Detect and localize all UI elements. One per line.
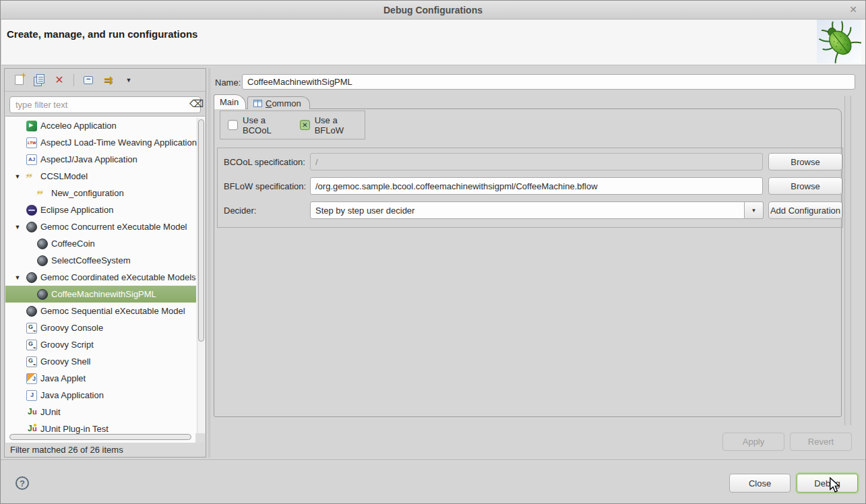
filter-status-text: Filter matched 26 of 26 items	[5, 443, 206, 457]
apply-button[interactable]: Apply	[722, 433, 784, 451]
debug-configurations-dialog: Debug Configurations ✕ Create, manage, a…	[0, 0, 866, 504]
vertical-scroll-thumb[interactable]	[198, 119, 204, 342]
right-panel-scrollbar-track[interactable]	[844, 96, 851, 425]
scrollbar-corner	[195, 433, 205, 443]
tree-item-aspectj-load-time-weaving-application[interactable]: AspectJ Load-Time Weaving Application	[5, 134, 196, 151]
tree-item-coffeecoin[interactable]: CoffeeCoin	[5, 235, 196, 252]
tree-item-acceleo-application[interactable]: Acceleo Application	[5, 117, 196, 134]
common-tab-icon	[253, 100, 262, 107]
use-bflow-label: Use a BFLoW	[315, 115, 357, 135]
applet-icon	[26, 373, 37, 384]
tree-item-gemoc-sequential-executable-model[interactable]: Gemoc Sequential eXecutable Model	[5, 303, 196, 319]
java-icon	[26, 390, 37, 401]
tree: Acceleo Application AspectJ Load-Time We…	[5, 117, 196, 437]
gemoc-icon	[26, 222, 37, 232]
ccsl-icon	[26, 171, 37, 182]
filter-icon: ⇉	[104, 75, 113, 86]
duplicate-icon	[36, 74, 44, 84]
collapse-all-button[interactable]	[80, 71, 97, 89]
expand-arrow-icon[interactable]: ▼	[12, 224, 23, 230]
clear-filter-icon[interactable]: ⌫	[189, 98, 204, 108]
gemoc-icon	[26, 272, 37, 283]
close-button[interactable]: Close	[729, 474, 791, 493]
tree-item-gemoc-concurrent-executable-model[interactable]: ▼ Gemoc Concurrent eXecutable Model	[5, 218, 196, 235]
bflow-specification-row: BFLoW specification: Browse	[218, 177, 842, 195]
groovy-icon	[26, 356, 37, 367]
ltw-icon	[26, 137, 37, 148]
bcool-specification-label: BCOoL specification:	[224, 157, 305, 167]
tree-item-groovy-shell[interactable]: Groovy Shell	[5, 353, 196, 370]
expand-arrow-icon[interactable]: ▼	[12, 173, 23, 180]
tree-item-ccslmodel[interactable]: ▼ CCSLModel	[5, 168, 196, 185]
decider-row: Decider: ▼ Add Configuration	[218, 201, 842, 219]
junit-plugin-icon	[26, 424, 37, 435]
filter-input[interactable]	[9, 96, 201, 113]
bcool-specification-input	[310, 153, 763, 170]
toolbar-menu-button[interactable]: ▼	[120, 71, 137, 89]
tree-item-groovy-console[interactable]: Groovy Console	[5, 319, 196, 336]
debug-bug-icon	[817, 20, 861, 63]
name-input[interactable]	[242, 74, 855, 90]
gemoc-icon	[37, 289, 48, 300]
tree-item-eclipse-application[interactable]: Eclipse Application	[5, 201, 196, 218]
duplicate-configuration-button[interactable]	[30, 71, 48, 89]
decider-dropdown-arrow-icon[interactable]: ▼	[745, 201, 764, 219]
collapse-all-icon	[84, 76, 93, 84]
tree-item-junit[interactable]: JUnit	[5, 404, 196, 420]
close-icon[interactable]: ✕	[849, 4, 857, 15]
filter-button[interactable]: ⇉	[100, 71, 117, 89]
tree-item-gemoc-coordinated-executable-models[interactable]: ▼ Gemoc Coordinated eXecutable Models	[5, 269, 196, 286]
use-bflow-checkbox[interactable]	[300, 120, 310, 130]
tree-item-coffeemachinewithsigpml[interactable]: CoffeeMachinewithSigPML	[5, 286, 196, 303]
tree-item-aspectj-java-application[interactable]: AspectJ/Java Application	[5, 151, 196, 168]
revert-button[interactable]: Revert	[790, 433, 852, 451]
add-configuration-button[interactable]: Add Configuration	[768, 201, 842, 219]
help-button[interactable]: ?	[16, 476, 29, 490]
eclipse-icon	[26, 205, 37, 216]
bflow-browse-button[interactable]: Browse	[768, 177, 842, 195]
configurations-panel: ✕ ⇉ ▼ ⌫ Acceleo Application AspectJ Load…	[4, 68, 206, 458]
tab-common[interactable]: Common	[247, 96, 310, 109]
debug-button[interactable]: Debug	[797, 474, 858, 493]
decider-label: Decider:	[224, 206, 256, 216]
acceleo-icon	[26, 121, 37, 131]
bcool-specification-row: BCOoL specification: Browse	[218, 153, 842, 170]
tab-main-label: Main	[220, 97, 239, 107]
bflow-specification-label: BFLoW specification:	[224, 181, 306, 191]
new-configuration-button[interactable]	[10, 71, 28, 89]
name-label: Name:	[215, 77, 241, 88]
tree-item-selectcoffeesystem[interactable]: SelectCoffeeSystem	[5, 252, 196, 269]
titlebar[interactable]: Debug Configurations ✕	[1, 1, 865, 20]
groovy-icon	[26, 340, 37, 350]
tree-vertical-scrollbar[interactable]	[197, 118, 204, 440]
tree-item-java-applet[interactable]: Java Applet	[5, 370, 196, 387]
tab-common-label: Common	[266, 98, 301, 108]
tree-item-new-configuration[interactable]: New_configuration	[5, 185, 196, 201]
gemoc-icon	[26, 306, 37, 317]
tab-main[interactable]: Main	[214, 94, 246, 109]
expand-arrow-icon[interactable]: ▼	[12, 274, 23, 281]
use-bflow-option[interactable]: Use a BFLoW	[300, 115, 357, 135]
use-bcool-checkbox[interactable]	[228, 120, 238, 130]
junit-icon	[26, 407, 37, 418]
configurations-toolbar: ✕ ⇉ ▼	[5, 69, 206, 92]
panel-sash[interactable]	[208, 68, 210, 458]
groovy-icon	[26, 323, 37, 334]
tree-item-java-application[interactable]: Java Application	[5, 387, 196, 404]
specification-fields-group: BCOoL specification: Browse BFLoW specif…	[217, 148, 843, 228]
decider-combo-input[interactable]	[310, 201, 745, 219]
delete-configuration-button[interactable]: ✕	[51, 71, 68, 89]
tree-horizontal-scrollbar[interactable]	[9, 434, 191, 440]
page-title: Create, manage, and run configurations	[7, 28, 197, 40]
gemoc-icon	[37, 255, 48, 266]
toolbar-separator	[73, 74, 74, 86]
aj-icon	[26, 154, 37, 165]
tree-item-groovy-script[interactable]: Groovy Script	[5, 336, 196, 353]
delete-icon: ✕	[55, 75, 63, 86]
bflow-specification-input[interactable]	[310, 177, 763, 195]
bcool-browse-button[interactable]: Browse	[768, 153, 842, 170]
window-title: Debug Configurations	[383, 5, 483, 15]
configurations-tree: Acceleo Application AspectJ Load-Time We…	[5, 116, 205, 443]
use-bcool-option[interactable]: Use a BCOoL	[228, 115, 285, 135]
header-banner: Create, manage, and run configurations	[1, 20, 866, 65]
